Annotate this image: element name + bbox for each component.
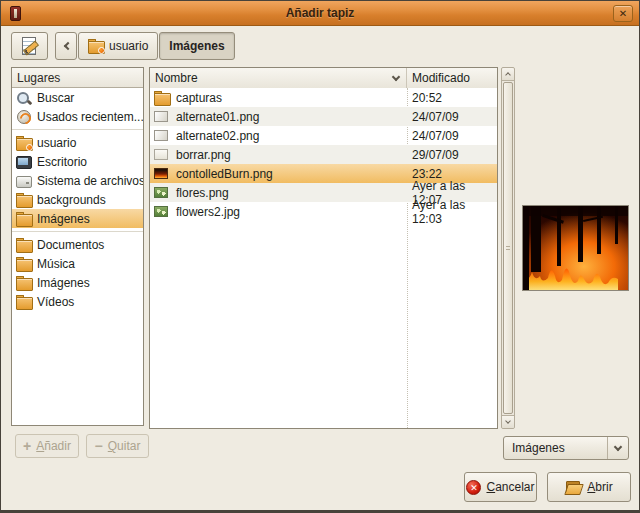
place-item-musica[interactable]: Música xyxy=(12,254,143,273)
breadcrumb-usuario[interactable]: usuario xyxy=(78,32,158,60)
place-label: Música xyxy=(37,257,75,271)
places-sidebar: Lugares Buscar Usados recientem... usuar… xyxy=(11,67,144,426)
place-item-imagenes-selected[interactable]: Imágenes xyxy=(12,209,143,228)
open-button[interactable]: Abrir xyxy=(547,472,631,502)
recent-icon xyxy=(16,109,32,125)
close-button[interactable]: ✕ xyxy=(613,5,633,22)
image-file-icon xyxy=(154,111,168,122)
file-row-borrar[interactable]: borrar.png 29/07/09 xyxy=(150,145,497,164)
place-item-videos[interactable]: Vídeos xyxy=(12,292,143,311)
filter-selected-label: Imágenes xyxy=(512,441,565,455)
remove-label: Quitar xyxy=(108,439,141,453)
folder-icon xyxy=(154,90,170,106)
place-label: usuario xyxy=(37,136,76,150)
file-name: flowers2.jpg xyxy=(176,205,240,219)
breadcrumb-imagenes[interactable]: Imágenes xyxy=(159,32,234,60)
file-modified: 24/07/09 xyxy=(412,129,459,143)
cancel-label: Cancelar xyxy=(486,480,534,494)
place-label: Imágenes xyxy=(37,212,90,226)
place-label: backgrounds xyxy=(37,193,106,207)
chevron-left-icon xyxy=(63,42,71,50)
folder-icon xyxy=(16,211,32,227)
place-label: Escritorio xyxy=(37,155,87,169)
file-modified: 29/07/09 xyxy=(412,148,459,162)
image-file-icon xyxy=(154,149,168,160)
file-row-flowers2[interactable]: flowers2.jpg Ayer a las 12:03 xyxy=(150,202,497,221)
cancel-icon: ✕ xyxy=(466,480,481,495)
folder-icon xyxy=(16,192,32,208)
scroll-up-button[interactable] xyxy=(502,68,514,81)
column-header-modificado[interactable]: Modificado xyxy=(407,68,497,88)
plus-icon: + xyxy=(23,441,31,451)
folder-icon xyxy=(16,275,32,291)
places-separator xyxy=(12,228,143,235)
type-filename-button[interactable] xyxy=(11,32,48,60)
file-row-alternate01[interactable]: alternate01.png 24/07/09 xyxy=(150,107,497,126)
image-file-icon xyxy=(154,187,168,198)
file-name: capturas xyxy=(176,91,222,105)
column-label: Nombre xyxy=(155,71,198,85)
desktop-icon xyxy=(16,154,32,170)
place-label: Buscar xyxy=(37,91,74,105)
remove-button[interactable]: − Quitar xyxy=(86,434,149,458)
place-item-usuario[interactable]: usuario xyxy=(12,133,143,152)
breadcrumb-label: usuario xyxy=(109,39,148,53)
file-list-header: Nombre Modificado xyxy=(150,68,497,88)
place-label: Sistema de archivos xyxy=(37,174,143,188)
minus-icon: − xyxy=(95,441,103,451)
folder-icon xyxy=(16,237,32,253)
file-name: alternate02.png xyxy=(176,129,259,143)
place-item-recientes[interactable]: Usados recientem... xyxy=(12,107,143,126)
place-item-documentos[interactable]: Documentos xyxy=(12,235,143,254)
place-item-sistema[interactable]: Sistema de archivos xyxy=(12,171,143,190)
titlebar[interactable]: Añadir tapiz ✕ xyxy=(1,1,639,26)
breadcrumb-label: Imágenes xyxy=(169,39,224,53)
preview-image xyxy=(523,206,628,290)
file-name: borrar.png xyxy=(176,148,231,162)
scrollbar-thumb[interactable] xyxy=(503,82,513,414)
place-item-buscar[interactable]: Buscar xyxy=(12,88,143,107)
open-folder-icon xyxy=(565,481,582,494)
path-scroll-left-button[interactable] xyxy=(55,32,77,60)
column-header-nombre[interactable]: Nombre xyxy=(150,68,407,88)
add-label: Añadir xyxy=(36,439,71,453)
folder-icon xyxy=(16,256,32,272)
file-list: Nombre Modificado capturas 20:52 alterna… xyxy=(149,67,498,429)
chevron-down-icon xyxy=(614,442,622,450)
place-label: Usados recientem... xyxy=(37,110,143,124)
fire-image-icon xyxy=(154,168,168,179)
sort-descending-icon xyxy=(392,72,400,80)
place-label: Vídeos xyxy=(37,295,74,309)
image-file-icon xyxy=(154,130,168,141)
chevron-up-icon xyxy=(505,72,511,78)
file-modified: Ayer a las 12:03 xyxy=(412,198,497,226)
file-name: flores.png xyxy=(176,186,229,200)
window-title: Añadir tapiz xyxy=(1,6,639,20)
column-label: Modificado xyxy=(412,71,470,85)
vertical-scrollbar[interactable] xyxy=(501,67,515,429)
drive-icon xyxy=(16,173,32,189)
add-button[interactable]: + Añadir xyxy=(15,434,79,458)
place-item-imagenes2[interactable]: Imágenes xyxy=(12,273,143,292)
file-name: contolledBurn.png xyxy=(176,167,273,181)
place-item-escritorio[interactable]: Escritorio xyxy=(12,152,143,171)
search-icon xyxy=(16,90,32,106)
combo-arrow xyxy=(607,437,628,459)
cancel-button[interactable]: ✕ Cancelar xyxy=(464,472,537,502)
file-modified: 24/07/09 xyxy=(412,110,459,124)
home-badge-icon xyxy=(98,47,105,54)
file-row-alternate02[interactable]: alternate02.png 24/07/09 xyxy=(150,126,497,145)
open-label: Abrir xyxy=(587,480,612,494)
place-item-backgrounds[interactable]: backgrounds xyxy=(12,190,143,209)
type-filename-icon xyxy=(20,36,40,56)
file-modified: 20:52 xyxy=(412,91,442,105)
scroll-down-button[interactable] xyxy=(502,415,514,428)
place-label: Imágenes xyxy=(37,276,90,290)
places-header[interactable]: Lugares xyxy=(12,68,143,88)
place-label: Documentos xyxy=(37,238,104,252)
file-name: alternate01.png xyxy=(176,110,259,124)
file-type-filter-combo[interactable]: Imágenes xyxy=(503,436,629,460)
home-badge-icon xyxy=(26,144,33,151)
file-row-capturas[interactable]: capturas 20:52 xyxy=(150,88,497,107)
folder-icon xyxy=(16,294,32,310)
